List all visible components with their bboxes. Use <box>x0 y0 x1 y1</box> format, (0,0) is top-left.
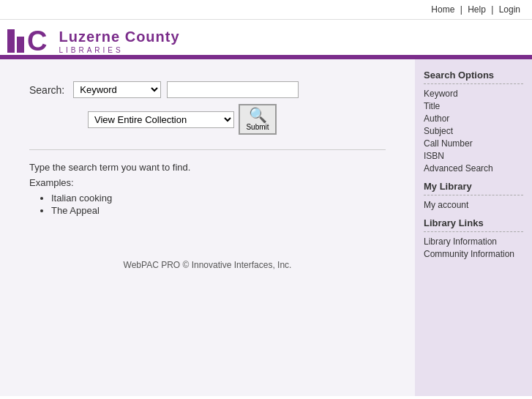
instructions: Type the search term you want to find. E… <box>29 162 386 216</box>
sidebar-link-author[interactable]: Author <box>424 113 523 124</box>
examples-label: Examples: <box>29 177 386 188</box>
logo-bar-2 <box>17 37 24 53</box>
my-library-divider <box>424 195 523 195</box>
logo-bars <box>7 29 24 53</box>
logo-icon: C <box>7 27 51 55</box>
footer-text: WebPAC PRO © Innovative Interfaces, Inc. <box>29 260 386 270</box>
library-name: Luzerne County <box>59 29 179 45</box>
library-links-divider <box>424 231 523 232</box>
help-link[interactable]: Help <box>468 4 486 15</box>
collection-select[interactable]: View Entire Collection <box>88 111 234 128</box>
top-nav: Home | Help | Login <box>0 0 532 20</box>
home-link[interactable]: Home <box>431 4 454 15</box>
sidebar-link-subject[interactable]: Subject <box>424 126 523 136</box>
divider <box>29 149 386 150</box>
main-wrapper: Search: Keyword Title Author Subject Cal… <box>0 59 532 396</box>
search-input[interactable] <box>167 81 299 98</box>
search-form: Search: Keyword Title Author Subject Cal… <box>29 81 386 135</box>
sidebar: Search Options Keyword Title Author Subj… <box>415 59 532 396</box>
example-item-2: The Appeal <box>51 205 386 216</box>
submit-button[interactable]: 🔍 Submit <box>239 104 277 135</box>
sidebar-link-library-info[interactable]: Library Information <box>424 236 523 247</box>
header: C Luzerne County LIBRARIES <box>0 20 532 59</box>
login-link[interactable]: Login <box>499 4 520 15</box>
sidebar-link-community-info[interactable]: Community Information <box>424 249 523 259</box>
keyword-select[interactable]: Keyword Title Author Subject Call Number… <box>73 81 161 98</box>
sidebar-link-callnumber[interactable]: Call Number <box>424 138 523 149</box>
instructions-prompt: Type the search term you want to find. <box>29 162 386 173</box>
submit-label: Submit <box>246 123 269 131</box>
sidebar-link-isbn[interactable]: ISBN <box>424 151 523 161</box>
library-links-title: Library Links <box>424 217 523 228</box>
logo-text: Luzerne County LIBRARIES <box>59 29 179 54</box>
examples-list: Italian cooking The Appeal <box>51 193 386 216</box>
collection-row: View Entire Collection 🔍 Submit <box>88 104 386 135</box>
my-library-title: My Library <box>424 181 523 192</box>
search-row: Search: Keyword Title Author Subject Cal… <box>29 81 386 98</box>
search-options-divider <box>424 83 523 84</box>
logo-block: C Luzerne County LIBRARIES <box>7 27 180 55</box>
search-label: Search: <box>29 84 64 96</box>
content-area: Search: Keyword Title Author Subject Cal… <box>0 59 415 396</box>
sidebar-link-title[interactable]: Title <box>424 101 523 111</box>
search-options-title: Search Options <box>424 70 523 81</box>
sidebar-link-advanced[interactable]: Advanced Search <box>424 163 523 174</box>
logo-bar-1 <box>7 29 15 53</box>
sidebar-link-myaccount[interactable]: My account <box>424 200 523 210</box>
sidebar-link-keyword[interactable]: Keyword <box>424 89 523 99</box>
logo-letter: C <box>27 27 47 55</box>
library-sub: LIBRARIES <box>59 46 179 54</box>
example-item-1: Italian cooking <box>51 193 386 204</box>
submit-icon: 🔍 <box>249 108 267 122</box>
